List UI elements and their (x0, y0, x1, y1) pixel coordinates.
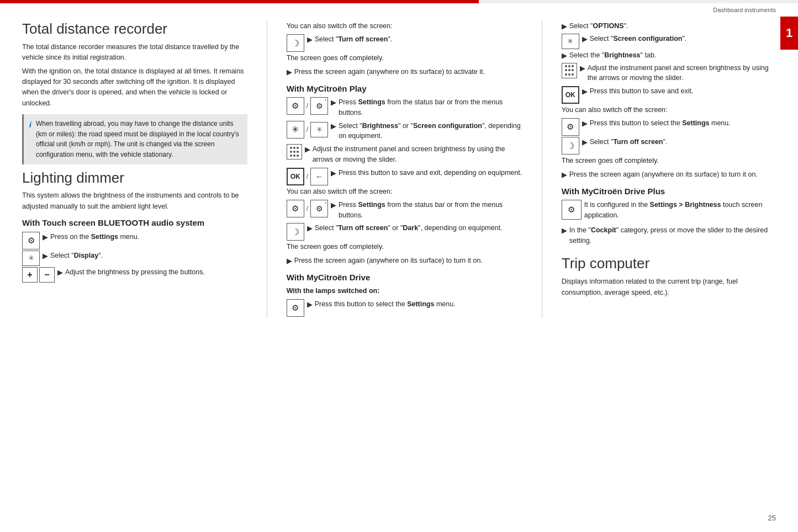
right-monitor-row: ▶ Select "Screen configuration". (562, 34, 776, 49)
play-dots-row: ▶ Adjust the instrument panel and screen… (287, 144, 522, 167)
press-screen-item: ▶ Press the screen again (anywhere on it… (287, 67, 522, 78)
play-item6: ▶ Select "Turn off screen" or "Dark", de… (307, 223, 522, 234)
play-gear-icon1: ⚙ (287, 97, 304, 115)
drive-gear-row: ⚙ ▶ Press this button to select the Sett… (287, 299, 522, 317)
right-moon-row: ☽ ▶ Select "Turn off screen". (562, 137, 776, 155)
screen-goes-off2: The screen goes off completely. (287, 242, 522, 252)
bluetooth-item3: ▶ Adjust the brightness by pressing the … (57, 267, 247, 278)
drive-plus-gear-row: ⚙ It is configured in the Settings > Bri… (562, 200, 776, 224)
play-item4: ▶ Press this button to save and exit, de… (331, 168, 522, 179)
screen-goes-off: The screen goes off completely. (287, 53, 522, 63)
switch-off-intro: You can also switch off the screen: (287, 21, 522, 31)
main-content: Total distance recorder The total distan… (0, 15, 798, 329)
page-number: 25 (768, 514, 776, 522)
plusminus-icon-row: + − ▶ Adjust the brightness by pressing … (22, 267, 247, 283)
play-gear-row2: ⚙ / ⚙ * ▶ Press Settings from the status… (287, 200, 522, 222)
info-box: i When travelling abroad, you may have t… (22, 114, 247, 164)
sun-icon: ✳ (287, 121, 304, 139)
monitor-icon2 (310, 122, 328, 137)
lamps-title: With the lamps switched on: (287, 286, 522, 296)
lighting-dimmer-body: This system allows the brightness of the… (22, 190, 247, 212)
drive-plus-gear-icon: ⚙ (562, 200, 582, 220)
press-screen-item3: ▶ Press the screen again (anywhere on it… (562, 169, 776, 180)
right-item3: ▶ Select the "Brightness" tab. (562, 50, 776, 61)
monitor-icon3 (562, 34, 579, 49)
left-mid-separator (267, 21, 267, 318)
right-column: ▶ Select "OPTIONS". ▶ Select "Screen con… (562, 21, 776, 318)
right-item4: ▶ Adjust the instrument panel and screen… (580, 63, 776, 84)
screen-goes-off3: The screen goes off completely. (562, 156, 776, 166)
right-item6: ▶ Press this button to select the Settin… (582, 118, 776, 129)
right-gear-icon: ⚙ (562, 118, 579, 136)
section-label: Dashboard instruments (713, 7, 776, 13)
moon-icon3: ☽ (562, 137, 579, 155)
play-item2: ▶ Select "Brightness" or "Screen configu… (331, 121, 522, 142)
right-item2: ▶ Select "Screen configuration". (582, 34, 776, 45)
mycitroen-play-title: With MyCitroën Play (287, 83, 522, 94)
switch-off2-intro: You can also switch off the screen: (287, 187, 522, 197)
mid-column: You can also switch off the screen: ☽ ▶ … (287, 21, 522, 318)
mid-right-separator (542, 21, 542, 318)
drive-plus-item1: It is configured in the Settings > Brigh… (584, 200, 776, 221)
dots-icon (287, 144, 302, 159)
play-ok-row: OK / ← ▶ Press this button to save and e… (287, 168, 522, 185)
moon-icon-row: ☽ ▶ Select "Turn off screen". (287, 34, 522, 52)
right-gear-row: ⚙ ▶ Press this button to select the Sett… (562, 118, 776, 136)
trip-computer-title: Trip computer (562, 256, 776, 272)
header-row: Dashboard instruments (0, 3, 798, 15)
play-gear-icon4: ⚙ * (310, 200, 328, 217)
right-item7: ▶ Select "Turn off screen". (582, 137, 776, 148)
total-distance-body1: The total distance recorder measures the… (22, 42, 247, 63)
bluetooth-item2: ▶ Select "Display". (43, 251, 247, 262)
trip-computer-body: Displays information related to the curr… (562, 276, 776, 298)
lighting-dimmer-title: Lighting dimmer (22, 170, 247, 187)
total-distance-body2: With the ignition on, the total distance… (22, 66, 247, 109)
play-gear-icon3: ⚙ (287, 200, 304, 217)
chapter-tab: 1 (780, 17, 798, 50)
play-gear-row: ⚙ / ⚙ * ▶ Press Settings from the status… (287, 97, 522, 120)
mycitroen-drive-title: With MyCitroën Drive (287, 272, 522, 283)
gear-icon: ⚙ (22, 232, 40, 249)
play-item1: ▶ Press Settings from the status bar or … (331, 97, 522, 118)
dots-icon2 (562, 63, 577, 78)
play-item3: ▶ Adjust the instrument panel and screen… (305, 144, 522, 165)
switch-off3-intro: You can also switch off the screen: (562, 105, 776, 115)
press-screen-item2: ▶ Press the screen again (anywhere on it… (287, 256, 522, 267)
drive-plus-title: With MyCitroën Drive Plus (562, 186, 776, 197)
ok-icon: OK (287, 168, 304, 185)
play-moon-row: ☽ ▶ Select "Turn off screen" or "Dark", … (287, 223, 522, 241)
info-box-text: When travelling abroad, you may have to … (36, 119, 242, 159)
right-item1: ▶ Select "OPTIONS". (562, 21, 776, 32)
total-distance-title: Total distance recorder (22, 21, 247, 38)
right-dots-row: ▶ Adjust the instrument panel and screen… (562, 63, 776, 86)
bluetooth-subsection-title: With Touch screen BLUETOOTH audio system (22, 217, 247, 228)
left-column: Total distance recorder The total distan… (22, 21, 247, 318)
right-item5: ▶ Press this button to save and exit. (582, 86, 776, 97)
bluetooth-item1: ▶ Press on the Settings menu. (43, 232, 247, 243)
moon-icon2: ☽ (287, 223, 304, 241)
back-icon: ← (310, 168, 328, 185)
right-ok-row: OK ▶ Press this button to save and exit. (562, 86, 776, 104)
ok-icon2: OK (562, 86, 579, 104)
info-icon: i (29, 119, 31, 159)
drive-gear-icon: ⚙ (287, 299, 304, 317)
plus-icon: + (22, 267, 38, 283)
display-icon-row: ▶ Select "Display". (22, 251, 247, 266)
minus-icon: − (39, 267, 55, 283)
moon-icon: ☽ (287, 34, 304, 52)
drive-item1: ▶ Press this button to select the Settin… (307, 299, 522, 310)
play-item5: ▶ Press Settings from the status bar or … (331, 200, 522, 221)
monitor-icon (22, 251, 40, 266)
settings-icon-row: ⚙ ▶ Press on the Settings menu. (22, 232, 247, 249)
play-sun-row: ✳ / ▶ Select "Brightness" or "Screen con… (287, 121, 522, 143)
plus-minus-icons: + − (22, 267, 55, 283)
play-gear-icon2: ⚙ * (310, 97, 328, 115)
drive-plus-item2: ▶ In the "Cockpit" category, press or mo… (562, 225, 776, 246)
switch-off-item: ▶ Select "Turn off screen". (307, 34, 522, 45)
